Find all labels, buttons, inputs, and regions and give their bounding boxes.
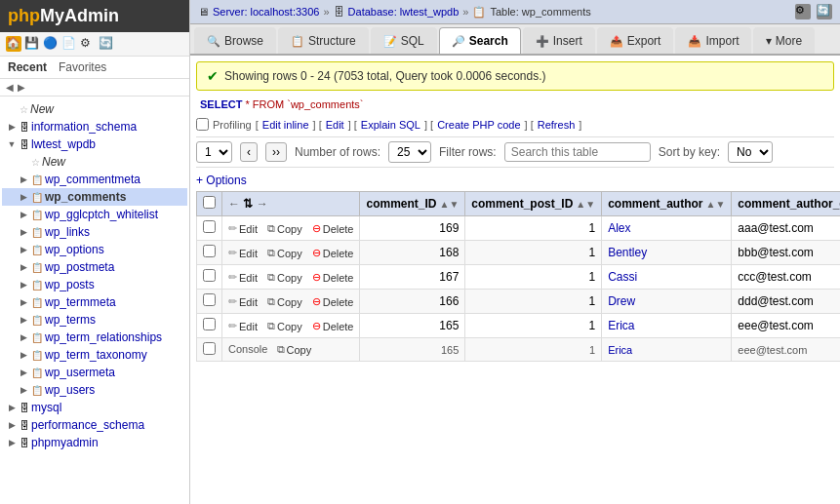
author-link[interactable]: Bentley xyxy=(608,246,647,259)
delete-btn[interactable]: ⊖ Delete xyxy=(312,295,354,308)
sort-key-select[interactable]: No xyxy=(728,141,773,163)
breadcrumb-server[interactable]: Server: localhost:3306 xyxy=(213,6,319,18)
breadcrumb-database[interactable]: Database: lwtest_wpdb xyxy=(348,6,460,18)
edit-btn[interactable]: ✏ Edit xyxy=(228,320,258,332)
tree-item-wp-term-taxonomy[interactable]: ▶ 📋 wp_term_taxonomy xyxy=(2,346,187,364)
tree-item-wp-usermeta[interactable]: ▶ 📋 wp_usermeta xyxy=(2,364,187,381)
tab-structure[interactable]: 📋 Structure xyxy=(278,27,369,54)
page-number-select[interactable]: 1 xyxy=(196,141,232,163)
bottom-author-link[interactable]: Erica xyxy=(608,344,632,356)
expand-all-btn[interactable]: ▶ xyxy=(18,82,25,93)
author-link[interactable]: Alex xyxy=(608,221,630,235)
favorites-tab[interactable]: Favorites xyxy=(59,60,106,74)
row-checkbox[interactable] xyxy=(203,245,216,257)
copy-btn[interactable]: ⧉ Copy xyxy=(267,320,302,332)
delete-btn[interactable]: ⊖ Delete xyxy=(312,247,354,259)
tab-import[interactable]: 📥 Import xyxy=(675,27,751,54)
home-icon[interactable]: 🏠 xyxy=(6,36,21,52)
rows-per-page-select[interactable]: 25 xyxy=(388,141,431,163)
tab-export[interactable]: 📤 Export xyxy=(597,27,674,54)
tree-item-wp-term-relationships[interactable]: ▶ 📋 wp_term_relationships xyxy=(2,329,187,346)
collapse-all-btn[interactable]: ◀ xyxy=(6,82,14,93)
search-table-input[interactable] xyxy=(504,142,651,162)
copy-btn[interactable]: ⧉ Copy xyxy=(267,295,302,308)
explain-sql-link[interactable]: Explain SQL xyxy=(361,119,420,131)
select-all-checkbox[interactable] xyxy=(203,196,216,209)
tree-item-wp-options[interactable]: ▶ 📋 wp_options xyxy=(2,241,187,258)
tbl-icon-comments: 📋 xyxy=(31,192,43,203)
copy-btn[interactable]: ⧉ Copy xyxy=(267,222,302,235)
edit-btn[interactable]: ✏ Edit xyxy=(228,271,258,284)
edit-link[interactable]: Edit xyxy=(326,119,344,131)
refresh-icon[interactable]: 🔄 xyxy=(99,36,114,52)
row-checkbox[interactable] xyxy=(203,220,216,233)
recent-tab[interactable]: Recent xyxy=(8,60,47,74)
profiling-checkbox[interactable] xyxy=(196,118,209,131)
tree-item-wp-users[interactable]: ▶ 📋 wp_users xyxy=(2,381,187,399)
tree-item-wp-comments[interactable]: ▶ 📋 wp_comments xyxy=(2,188,187,206)
sql-icon[interactable]: 🔵 xyxy=(43,36,59,52)
th-comment-post-id[interactable]: comment_post_ID ▲▼ xyxy=(465,192,602,216)
tree-item-new-root[interactable]: ☆ New xyxy=(2,100,187,118)
next-page-btn[interactable]: ›› xyxy=(265,142,287,162)
tree-item-new-lwtest[interactable]: ☆ New xyxy=(2,153,187,171)
tbl-label-commentmeta: wp_commentmeta xyxy=(45,173,140,186)
tree-item-information-schema[interactable]: ▶ 🗄 information_schema xyxy=(2,118,187,136)
rows-label: Number of rows: xyxy=(295,145,380,159)
edit-btn[interactable]: ✏ Edit xyxy=(228,222,258,235)
db-icon[interactable]: 💾 xyxy=(24,36,40,52)
refresh-topbar-icon[interactable]: 🔄 xyxy=(817,4,832,19)
bottom-copy-btn[interactable]: ⧉ Copy xyxy=(277,343,312,356)
tree-item-lwtest-wpdb[interactable]: ▼ 🗄 lwtest_wpdb xyxy=(2,136,187,153)
settings-icon[interactable]: ⚙ xyxy=(80,36,96,52)
edit-inline-link[interactable]: Edit inline xyxy=(262,119,309,131)
tree-item-phpmyadmin-db[interactable]: ▶ 🗄 phpmyadmin xyxy=(2,434,187,451)
tree-item-wp-terms[interactable]: ▶ 📋 wp_terms xyxy=(2,311,187,329)
delete-btn[interactable]: ⊖ Delete xyxy=(312,271,354,284)
comment-post-id-sort-arrows[interactable]: ▲▼ xyxy=(576,199,595,210)
logo[interactable]: phpMyAdmin xyxy=(8,6,119,26)
edit-btn[interactable]: ✏ Edit xyxy=(228,295,258,308)
tree-item-performance-schema[interactable]: ▶ 🗄 performance_schema xyxy=(2,416,187,434)
nav-right-arrow[interactable]: → xyxy=(257,197,268,211)
row-checkbox[interactable] xyxy=(203,318,216,330)
docs-icon[interactable]: 📄 xyxy=(61,36,77,52)
nav-left-arrow[interactable]: ← xyxy=(228,197,240,211)
tab-browse[interactable]: 🔍 Browse xyxy=(194,27,276,54)
tab-sql[interactable]: 📝 SQL xyxy=(371,27,437,54)
th-comment-author[interactable]: comment_author ▲▼ xyxy=(602,192,732,216)
tab-insert[interactable]: ➕ Insert xyxy=(523,27,595,54)
edit-btn[interactable]: ✏ Edit xyxy=(228,247,258,259)
options-row[interactable]: + Options xyxy=(196,174,834,187)
author-link[interactable]: Cassi xyxy=(608,270,637,284)
create-php-link[interactable]: Create PHP code xyxy=(437,119,520,131)
tab-more[interactable]: ▾ More xyxy=(753,27,815,54)
bottom-checkbox[interactable] xyxy=(203,342,216,355)
browse-tab-icon: 🔍 xyxy=(207,35,220,48)
comment-id-sort-arrows[interactable]: ▲▼ xyxy=(440,199,460,210)
author-link[interactable]: Drew xyxy=(608,294,635,308)
row-checkbox[interactable] xyxy=(203,269,216,282)
row-checkbox[interactable] xyxy=(203,293,216,306)
tree-item-wp-links[interactable]: ▶ 📋 wp_links xyxy=(2,223,187,241)
copy-btn[interactable]: ⧉ Copy xyxy=(267,271,302,284)
tree-item-wp-gglcptch[interactable]: ▶ 📋 wp_gglcptch_whitelist xyxy=(2,206,187,223)
settings-topbar-icon[interactable]: ⚙ xyxy=(795,4,811,19)
expander-options: ▶ xyxy=(18,244,29,255)
copy-btn[interactable]: ⧉ Copy xyxy=(267,247,302,259)
tree-item-wp-postmeta[interactable]: ▶ 📋 wp_postmeta xyxy=(2,258,187,276)
tab-search[interactable]: 🔎 Search xyxy=(439,27,521,54)
tree-item-mysql[interactable]: ▶ 🗄 mysql xyxy=(2,399,187,416)
prev-page-btn[interactable]: ‹ xyxy=(240,142,258,162)
delete-btn[interactable]: ⊖ Delete xyxy=(312,320,354,332)
th-comment-author-email[interactable]: comment_author_ema... ▲▼ xyxy=(732,192,840,216)
refresh-link[interactable]: Refresh xyxy=(538,119,576,131)
sort-icon[interactable]: ⇅ xyxy=(243,197,253,211)
tree-item-wp-commentmeta[interactable]: ▶ 📋 wp_commentmeta xyxy=(2,171,187,188)
tree-item-wp-termmeta[interactable]: ▶ 📋 wp_termmeta xyxy=(2,293,187,311)
th-comment-id[interactable]: comment_ID ▲▼ xyxy=(360,192,465,216)
author-link[interactable]: Erica xyxy=(608,319,634,332)
comment-author-sort-arrows[interactable]: ▲▼ xyxy=(706,199,726,210)
tree-item-wp-posts[interactable]: ▶ 📋 wp_posts xyxy=(2,276,187,293)
delete-btn[interactable]: ⊖ Delete xyxy=(312,222,354,235)
